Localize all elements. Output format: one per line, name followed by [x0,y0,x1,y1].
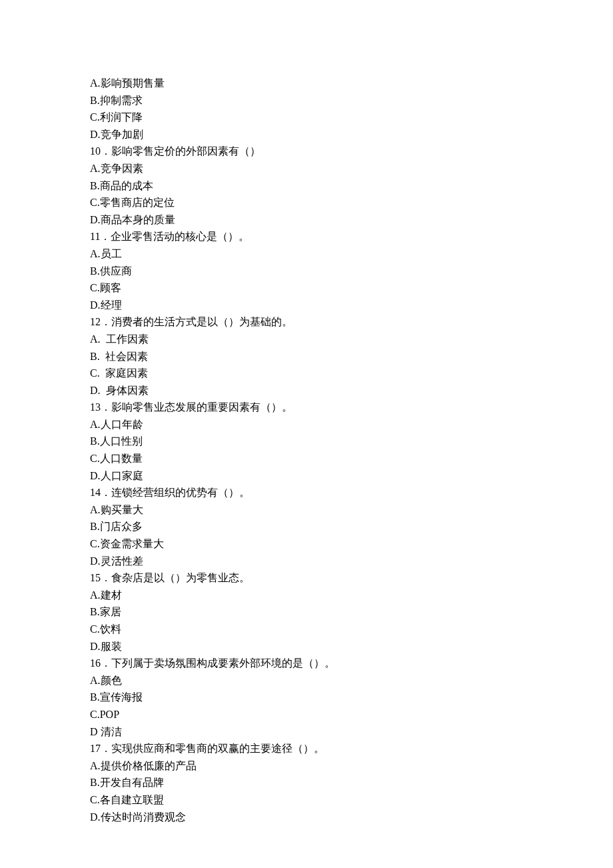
text-line: B.人口性别 [90,433,613,450]
text-line: B. 社会因素 [90,348,613,365]
text-line: C.顾客 [90,279,613,297]
text-line: 10．影响零售定价的外部因素有（） [90,143,613,160]
text-line: C.POP [90,706,613,723]
text-line: 13．影响零售业态发展的重要因素有（）。 [90,399,613,416]
text-line: 11．企业零售活动的核心是（）。 [90,228,613,245]
text-line: A.员工 [90,245,613,263]
text-line: 16．下列属于卖场氛围构成要素外部环境的是（）。 [90,655,613,672]
text-line: A.购买量大 [90,501,613,519]
text-line: B.家居 [90,603,613,621]
text-line: C.资金需求量大 [90,535,613,553]
text-line: 15．食杂店是以（）为零售业态。 [90,569,613,587]
text-line: D.商品本身的质量 [90,211,613,229]
text-line: B.抑制需求 [90,92,613,109]
text-line: D.竞争加剧 [90,126,613,143]
text-line: C.饮料 [90,621,613,638]
text-line: D.经理 [90,297,613,314]
text-line: 14．连锁经营组织的优势有（）。 [90,484,613,501]
text-line: C.各自建立联盟 [90,791,613,809]
text-line: B.商品的成本 [90,177,613,195]
text-line: D.传达时尚消费观念 [90,809,613,826]
text-line: B.门店众多 [90,518,613,535]
text-line: C. 家庭因素 [90,365,613,382]
text-line: 17．实现供应商和零售商的双赢的主要途径（）。 [90,740,613,757]
text-line: A.提供价格低廉的产品 [90,757,613,775]
text-line: A. 工作因素 [90,331,613,348]
text-line: D. 身体因素 [90,382,613,399]
text-line: A.颜色 [90,672,613,689]
text-line: C.零售商店的定位 [90,194,613,211]
text-line: A.人口年龄 [90,416,613,433]
text-line: C.利润下降 [90,109,613,126]
text-line: A.建材 [90,587,613,604]
text-line: B.供应商 [90,263,613,280]
text-line: A.竞争因素 [90,160,613,177]
text-line: 12．消费者的生活方式是以（）为基础的。 [90,313,613,331]
text-line: D 清洁 [90,723,613,741]
text-line: C.人口数量 [90,450,613,467]
text-line: B.开发自有品牌 [90,774,613,791]
document-page: A.影响预期售量 B.抑制需求 C.利润下降 D.竞争加剧 10．影响零售定价的… [0,0,613,865]
text-line: B.宣传海报 [90,689,613,706]
text-line: D.灵活性差 [90,553,613,570]
text-line: D.服装 [90,638,613,655]
text-line: A.影响预期售量 [90,75,613,92]
text-line: D.人口家庭 [90,467,613,485]
